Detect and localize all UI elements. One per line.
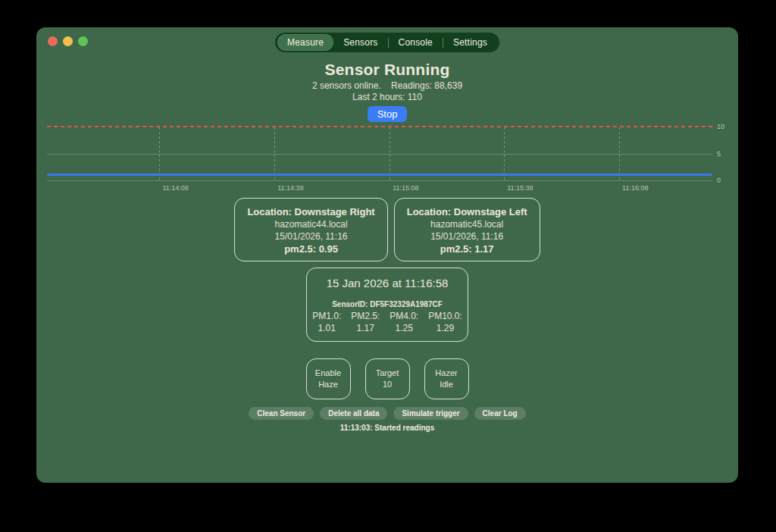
page-title: Sensor Running [36,61,738,79]
tab-settings[interactable]: Settings [443,34,497,51]
tab-bar: Measure Sensors Console Settings [275,33,499,52]
target-threshold-line [47,126,712,127]
pm-value: 1.25 [390,323,418,333]
pm-label: PM1.0: [312,311,341,321]
sensor-timestamp: 15/01/2026, 11:16 [407,230,527,243]
button-label-line: Haze [318,379,338,390]
gridline-5 [47,154,712,155]
sensor-card-downstage-right: Location: Downstage Right hazomatic44.lo… [234,198,387,261]
button-label-line: Hazer [435,368,457,379]
tab-console[interactable]: Console [389,34,443,51]
x-tick-label: 11:16:08 [622,184,648,192]
target-button[interactable]: Target 10 [365,358,410,399]
pm-values-grid: PM1.0: PM2.5: PM4.0: PM10.0: 1.01 1.17 1… [307,311,468,333]
tab-sensors[interactable]: Sensors [333,34,387,51]
x-tick-label: 11:15:08 [393,184,418,192]
action-buttons-row: Clean Sensor Delete all data Simulate tr… [36,407,738,420]
sensor-location: Location: Downstage Left [407,205,527,218]
pm25-reading-line [47,174,712,176]
delete-all-data-button[interactable]: Delete all data [320,407,387,420]
zoom-icon[interactable] [78,36,88,46]
button-label-line: Target [376,368,399,379]
sensor-host: hazomatic44.local [247,218,374,230]
last-hours-text: Last 2 hours: 110 [36,92,738,102]
clean-sensor-button[interactable]: Clean Sensor [249,407,314,420]
window-controls [48,36,88,46]
x-tick-label: 11:15:38 [507,184,533,192]
y-tick-label: 0 [717,177,721,184]
sensor-timestamp: 15/01/2026, 11:16 [247,230,374,243]
x-tick-label: 11:14:38 [277,184,303,192]
pm-chart: 11:14:08 11:14:38 11:15:08 11:15:38 11:1… [47,123,732,197]
reading-datetime: 15 Jan 2026 at 11:16:58 [307,277,468,289]
y-tick-label: 10 [717,123,724,130]
haze-controls-row: Enable Haze Target 10 Hazer Idle [36,358,738,399]
sensor-host: hazomatic45.local [407,218,527,230]
sensor-card-downstage-left: Location: Downstage Left hazomatic45.loc… [394,198,540,261]
pm-value: 1.01 [312,323,341,333]
sensor-pm25: pm2.5: 1.17 [407,243,527,255]
button-label-line: Idle [440,379,453,390]
sensor-pm25: pm2.5: 0.95 [247,243,374,255]
sensor-id: SensorID: DF5F32329A1987CF [307,300,468,308]
enable-haze-button[interactable]: Enable Haze [306,358,351,399]
stop-button-row: Stop [36,106,738,122]
pm-value: 1.29 [428,323,462,333]
button-label-line: Enable [315,368,341,379]
simulate-trigger-button[interactable]: Simulate trigger [393,407,468,420]
button-label-line: 10 [383,379,392,390]
app-window: Measure Sensors Console Settings Sensor … [36,27,738,483]
gridline-0 [47,180,712,181]
stop-button[interactable]: Stop [368,106,408,122]
clear-log-button[interactable]: Clear Log [474,407,526,420]
y-tick-label: 5 [717,150,721,158]
x-tick-label: 11:14:08 [162,184,188,192]
sensor-location: Location: Downstage Right [247,205,374,218]
tab-label: Console [399,37,433,48]
sensor-cards-row: Location: Downstage Right hazomatic44.lo… [36,198,738,261]
chart-plot-area: 11:14:08 11:14:38 11:15:08 11:15:38 11:1… [47,123,712,197]
pm-label: PM4.0: [390,311,418,321]
tab-label: Settings [453,37,487,48]
tab-measure[interactable]: Measure [277,34,333,51]
tab-label: Measure [287,37,324,48]
status-line: 2 sensors online. Readings: 88,639 [36,80,738,91]
pm-label: PM2.5: [351,311,380,321]
pm-label: PM10.0: [428,311,462,321]
readings-count-text: Readings: 88,639 [391,80,462,91]
reading-detail-card: 15 Jan 2026 at 11:16:58 SensorID: DF5F32… [306,268,468,342]
minimize-icon[interactable] [63,36,73,46]
close-icon[interactable] [48,36,58,46]
sensors-online-text: 2 sensors online. [312,80,381,91]
pm-value: 1.17 [351,323,380,333]
log-status-text: 11:13:03: Started readings [36,424,738,432]
hazer-status-button[interactable]: Hazer Idle [424,358,469,399]
tab-label: Sensors [343,37,377,48]
